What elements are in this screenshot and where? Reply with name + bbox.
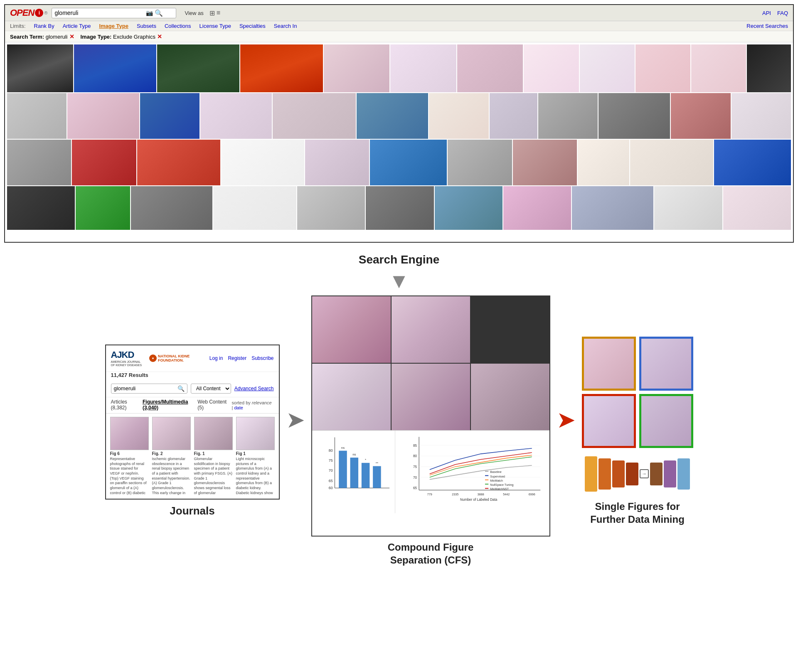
advanced-search-link[interactable]: Advanced Search bbox=[234, 386, 274, 391]
result-thumb[interactable] bbox=[7, 93, 66, 139]
journals-search-input-wrap[interactable]: 🔍 bbox=[111, 384, 187, 394]
figure-img-3[interactable] bbox=[194, 417, 233, 450]
subscribe-link[interactable]: Subscribe bbox=[251, 355, 273, 361]
svg-text:MixMatchNST: MixMatchNST bbox=[490, 487, 509, 491]
journals-search-input[interactable] bbox=[114, 385, 177, 391]
api-link[interactable]: API bbox=[762, 10, 771, 16]
result-thumb[interactable] bbox=[429, 93, 488, 139]
result-thumb[interactable] bbox=[221, 140, 304, 185]
figure-img-4[interactable] bbox=[236, 417, 275, 450]
web-tab[interactable]: Web Content (5) bbox=[197, 399, 227, 411]
limit-rank-by[interactable]: Rank By bbox=[34, 23, 54, 29]
result-thumb[interactable] bbox=[370, 140, 447, 185]
result-thumb[interactable] bbox=[137, 140, 220, 185]
result-thumb[interactable] bbox=[213, 186, 296, 230]
result-thumb[interactable] bbox=[691, 44, 746, 92]
list-view-button[interactable]: ≡ bbox=[217, 9, 220, 17]
result-thumb[interactable] bbox=[503, 186, 571, 230]
result-thumb[interactable] bbox=[524, 44, 579, 92]
svg-text:75: 75 bbox=[413, 465, 417, 469]
result-thumb[interactable] bbox=[67, 93, 139, 139]
limit-article-type[interactable]: Article Type bbox=[63, 23, 91, 29]
articles-tab[interactable]: Articles (8,382) bbox=[111, 399, 138, 411]
result-thumb[interactable] bbox=[74, 44, 156, 92]
result-thumb[interactable] bbox=[72, 140, 136, 185]
search-button[interactable]: 🔍 bbox=[155, 9, 163, 17]
result-thumb[interactable] bbox=[297, 186, 365, 230]
journals-panel-wrapper: AJKD AMERICAN JOURNALOF KIDNEY DISEASES … bbox=[105, 345, 280, 519]
result-thumb[interactable] bbox=[357, 93, 428, 139]
figure-caption-4: Light microscopic pictures of a glomerul… bbox=[236, 457, 275, 496]
result-thumb[interactable] bbox=[580, 44, 635, 92]
svg-text:*: * bbox=[365, 458, 366, 462]
figures-tab[interactable]: Figures/Multimedia (3,040) bbox=[143, 399, 192, 411]
limit-license-type[interactable]: License Type bbox=[200, 23, 231, 29]
result-thumb[interactable] bbox=[324, 44, 390, 92]
grid-view-button[interactable]: ⊞ bbox=[209, 9, 215, 17]
result-thumb[interactable] bbox=[157, 44, 239, 92]
limit-collections[interactable]: Collections bbox=[165, 23, 191, 29]
search-term-remove-button[interactable]: ✕ bbox=[69, 33, 74, 40]
faq-link[interactable]: FAQ bbox=[777, 10, 788, 16]
limit-image-type[interactable]: Image Type bbox=[99, 23, 128, 29]
result-thumb[interactable] bbox=[273, 93, 356, 139]
result-thumb[interactable] bbox=[723, 186, 791, 230]
result-thumb[interactable] bbox=[457, 44, 523, 92]
ajkd-logo-area: AJKD AMERICAN JOURNALOF KIDNEY DISEASES bbox=[111, 350, 142, 367]
result-thumb[interactable] bbox=[7, 44, 73, 92]
result-thumb[interactable] bbox=[598, 93, 670, 139]
result-thumb[interactable] bbox=[732, 93, 791, 139]
result-thumb[interactable] bbox=[630, 140, 713, 185]
search-engine-section-label: Search Engine bbox=[359, 247, 440, 271]
result-thumb[interactable] bbox=[435, 186, 502, 230]
image-type-filter-label: Image Type: Exclude Graphics bbox=[81, 34, 155, 40]
figure-img-1[interactable] bbox=[110, 417, 149, 450]
figure-caption-3: Glomerular solidification in biopsy spec… bbox=[194, 457, 233, 496]
journals-search-icon[interactable]: 🔍 bbox=[177, 385, 185, 392]
result-thumb[interactable] bbox=[654, 186, 722, 230]
result-thumb[interactable] bbox=[714, 140, 791, 185]
result-thumb[interactable] bbox=[671, 93, 730, 139]
result-thumb[interactable] bbox=[76, 186, 130, 230]
journals-content-dropdown[interactable]: All Content bbox=[191, 384, 231, 394]
result-thumb[interactable] bbox=[635, 44, 690, 92]
result-thumb[interactable] bbox=[390, 44, 456, 92]
cfs-image-grid bbox=[312, 296, 549, 430]
result-thumb[interactable] bbox=[131, 186, 212, 230]
mosaic-row-3 bbox=[7, 140, 791, 185]
svg-text:80: 80 bbox=[328, 448, 332, 453]
image-type-remove-button[interactable]: ✕ bbox=[157, 33, 162, 40]
search-box[interactable]: 📷 🔍 bbox=[52, 8, 176, 18]
sort-date-link[interactable]: date bbox=[234, 405, 243, 410]
result-thumb[interactable] bbox=[200, 93, 272, 139]
login-link[interactable]: Log in bbox=[209, 355, 223, 361]
search-input[interactable] bbox=[54, 10, 146, 16]
nn-layer-2 bbox=[598, 458, 611, 490]
cfs-tissue-1 bbox=[312, 296, 391, 363]
result-thumb[interactable] bbox=[7, 186, 75, 230]
result-thumb[interactable] bbox=[7, 140, 71, 185]
result-thumb[interactable] bbox=[305, 140, 369, 185]
result-thumb[interactable] bbox=[578, 140, 629, 185]
result-thumb[interactable] bbox=[140, 93, 200, 139]
result-thumb[interactable] bbox=[490, 93, 537, 139]
figure-label-3: Fig. 1 bbox=[194, 451, 233, 456]
camera-icon[interactable]: 📷 bbox=[146, 10, 153, 16]
result-thumb[interactable] bbox=[747, 44, 791, 92]
figure-img-2[interactable] bbox=[152, 417, 191, 450]
search-term-filter-label: Search Term: glomeruli bbox=[10, 34, 68, 40]
result-thumb[interactable] bbox=[240, 44, 323, 92]
recent-searches-link[interactable]: Recent Searches bbox=[746, 23, 788, 29]
journals-panel: AJKD AMERICAN JOURNALOF KIDNEY DISEASES … bbox=[105, 345, 280, 500]
limit-subsets[interactable]: Subsets bbox=[137, 23, 156, 29]
figure-label-2: Fig. 2 bbox=[152, 451, 191, 456]
limit-search-in[interactable]: Search In bbox=[274, 23, 297, 29]
result-thumb[interactable] bbox=[448, 140, 512, 185]
result-thumb[interactable] bbox=[366, 186, 433, 230]
result-thumb[interactable] bbox=[513, 140, 577, 185]
single-figures-section-label: Single Figures forFurther Data Mining bbox=[590, 496, 685, 528]
register-link[interactable]: Register bbox=[228, 355, 246, 361]
result-thumb[interactable] bbox=[538, 93, 598, 139]
result-thumb[interactable] bbox=[572, 186, 653, 230]
limit-specialties[interactable]: Specialties bbox=[239, 23, 266, 29]
